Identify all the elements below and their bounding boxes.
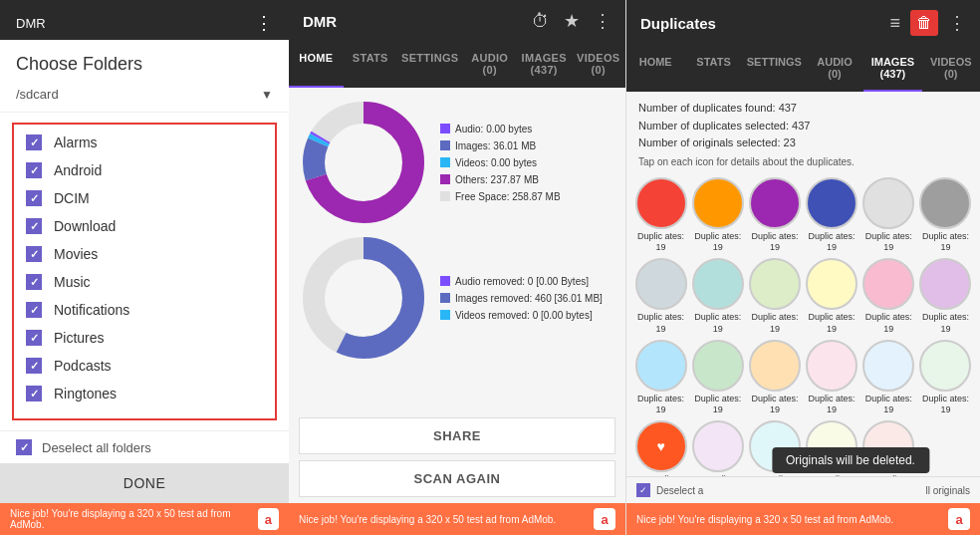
folder-checkbox[interactable] (26, 330, 42, 346)
right-tab-home[interactable]: HOME (626, 46, 684, 92)
scan-again-button[interactable]: SCAN AGAIN (299, 460, 615, 497)
thumbnail-circle (806, 258, 858, 310)
folder-checkbox[interactable] (26, 218, 42, 234)
thumbnail-item[interactable]: Duplic (691, 420, 744, 476)
middle-tab-stats[interactable]: STATS (344, 42, 398, 88)
folder-item[interactable]: Android (14, 156, 275, 184)
thumbnail-label: Duplic ates: 19 (806, 231, 858, 254)
folder-item[interactable]: Ringtones (14, 380, 275, 407)
admob-logo-right: a (948, 508, 970, 530)
folder-item[interactable]: Alarms (14, 129, 275, 156)
folder-item[interactable]: DCIM (14, 184, 275, 212)
thumbnail-item[interactable]: Duplic ates: 19 (862, 340, 915, 416)
thumbnail-item[interactable]: Duplic ates: 19 (691, 177, 744, 254)
thumbnail-item[interactable]: Duplic ates: 19 (691, 258, 744, 335)
thumbnail-circle (635, 258, 687, 310)
folder-checkbox[interactable] (26, 190, 42, 206)
middle-tab-home[interactable]: HOME (289, 42, 344, 88)
deselect-all-checkbox[interactable] (16, 439, 32, 455)
left-header: DMR ⋮ (0, 0, 289, 40)
thumbnail-circle (692, 258, 744, 310)
right-tab-stats[interactable]: STATS (684, 46, 742, 92)
folder-item[interactable]: Podcasts (14, 352, 275, 380)
folder-item[interactable]: Music (14, 268, 275, 296)
thumbnail-item[interactable]: Duplic ates: 19 (806, 340, 858, 416)
folder-checkbox[interactable] (26, 302, 42, 318)
chart2-legend: Audio removed: 0 [0.00 Bytes]Images remo… (440, 273, 603, 324)
deselect-label-right: Deselect a (656, 485, 703, 496)
thumbnail-item[interactable]: ♥Duplic (634, 420, 687, 476)
folder-checkbox[interactable] (26, 358, 42, 374)
thumbnail-circle (749, 177, 801, 229)
legend-color (440, 174, 450, 184)
sdcard-row[interactable]: /sdcard ▼ (0, 83, 289, 113)
more-icon-middle[interactable]: ⋮ (594, 10, 612, 32)
legend2-item: Images removed: 460 [36.01 MB] (440, 290, 603, 307)
share-button[interactable]: SHARE (299, 417, 615, 454)
folder-item[interactable]: Download (14, 212, 275, 240)
folder-item[interactable]: Notifications (14, 296, 275, 324)
thumbnail-item[interactable]: Duplic ates: 19 (634, 340, 687, 416)
right-tab-videos0[interactable]: VIDEOS (0) (922, 46, 980, 92)
thumbnail-circle (862, 340, 914, 392)
thumbnail-item[interactable]: Duplic ates: 19 (919, 177, 972, 254)
thumbnail-item[interactable]: Duplic ates: 19 (862, 258, 915, 335)
thumbnail-label: Duplic ates: 19 (806, 312, 858, 335)
thumbnail-item[interactable]: Duplic ates: 19 (748, 177, 801, 254)
right-tab-audio0[interactable]: AUDIO (0) (806, 46, 863, 92)
ad-banner-left: Nice job! You're displaying a 320 x 50 t… (0, 503, 289, 535)
thumbnail-item[interactable]: Duplic ates: 19 (691, 340, 744, 416)
thumbnail-circle (806, 177, 858, 229)
star-icon[interactable]: ★ (564, 10, 580, 32)
delete-icon[interactable]: 🗑 (910, 10, 938, 36)
more-icon-left[interactable]: ⋮ (255, 12, 273, 34)
thumbnail-item[interactable]: Duplic ates: 19 (862, 177, 915, 254)
folder-item[interactable]: Movies (14, 240, 275, 268)
right-topbar-icons: ≡ 🗑 ⋮ (889, 10, 966, 36)
thumbnail-label: Duplic ates: 19 (634, 312, 687, 335)
folder-name: Pictures (54, 330, 105, 346)
folder-checkbox[interactable] (26, 134, 42, 150)
deselect-row[interactable]: Deselect all folders (0, 430, 289, 463)
thumbnail-item[interactable]: Duplic ates: 19 (919, 258, 972, 335)
thumbnail-item[interactable]: Duplic ates: 19 (748, 258, 801, 335)
chart1-legend: Audio: 0.00 bytesImages: 36.01 MBVideos:… (440, 121, 561, 205)
folder-name: Movies (54, 246, 98, 262)
more-icon-right[interactable]: ⋮ (948, 12, 966, 34)
history-icon[interactable]: ⏱ (532, 11, 550, 32)
thumbnail-item[interactable]: Duplic ates: 19 (634, 258, 687, 335)
folder-checkbox[interactable] (26, 162, 42, 178)
dup-selected: Number of duplicates selected: 437 (638, 118, 968, 135)
thumbnail-label: Duplic ates: 19 (748, 394, 801, 416)
thumbnail-circle (862, 177, 914, 229)
legend-color (440, 157, 450, 167)
middle-tab-audio0[interactable]: AUDIO (0) (462, 42, 517, 88)
done-button[interactable]: DONE (0, 463, 289, 503)
right-tab-settings[interactable]: SETTINGS (743, 46, 806, 92)
folder-checkbox[interactable] (26, 274, 42, 290)
thumbnail-item[interactable]: Duplic ates: 19 (634, 177, 687, 254)
legend2-text: Images removed: 460 [36.01 MB] (455, 290, 603, 307)
thumbnail-label: Duplic ates: 19 (691, 231, 744, 254)
middle-tab-images437[interactable]: IMAGES (437) (517, 42, 572, 88)
folder-checkbox[interactable] (26, 246, 42, 262)
middle-tab-settings[interactable]: SETTINGS (397, 42, 462, 88)
admob-logo-middle: a (594, 508, 615, 530)
thumbnail-item[interactable]: Duplic ates: 19 (806, 258, 858, 335)
legend2-text: Audio removed: 0 [0.00 Bytes] (455, 273, 589, 290)
thumbnail-item[interactable]: Duplic ates: 19 (919, 340, 972, 416)
thumbnail-label: Duplic ates: 19 (634, 231, 687, 254)
middle-tab-videos0[interactable]: VIDEOS (0) (571, 42, 625, 88)
list-icon[interactable]: ≡ (889, 13, 900, 34)
thumbnail-circle (919, 258, 971, 310)
thumbnail-item[interactable]: Duplic ates: 19 (748, 340, 801, 416)
right-tab-images437[interactable]: IMAGES (437) (863, 46, 921, 92)
folder-item[interactable]: Pictures (14, 324, 275, 352)
folders-list: AlarmsAndroidDCIMDownloadMoviesMusicNoti… (12, 123, 277, 420)
folder-name: DCIM (54, 190, 90, 206)
deselect-checkbox-right[interactable] (636, 483, 650, 497)
right-topbar: Duplicates ≡ 🗑 ⋮ (626, 0, 980, 46)
thumbnail-item[interactable]: Duplic ates: 19 (806, 177, 858, 254)
ad-banner-right: Nice job! You're displaying a 320 x 50 t… (626, 503, 980, 535)
folder-checkbox[interactable] (26, 386, 42, 401)
